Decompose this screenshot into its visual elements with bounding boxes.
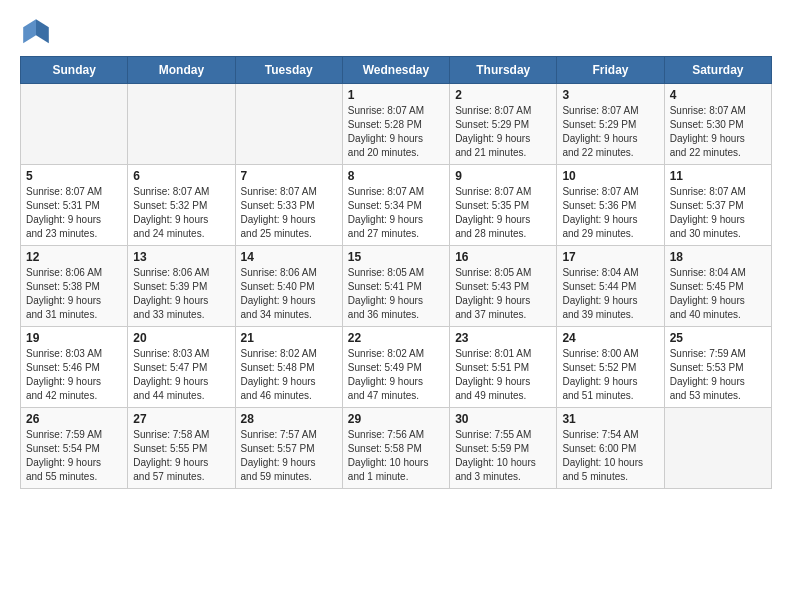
calendar-cell xyxy=(664,408,771,489)
calendar-cell: 17Sunrise: 8:04 AM Sunset: 5:44 PM Dayli… xyxy=(557,246,664,327)
weekday-header-wednesday: Wednesday xyxy=(342,57,449,84)
day-info: Sunrise: 8:07 AM Sunset: 5:36 PM Dayligh… xyxy=(562,185,658,241)
page: SundayMondayTuesdayWednesdayThursdayFrid… xyxy=(0,0,792,612)
calendar-table: SundayMondayTuesdayWednesdayThursdayFrid… xyxy=(20,56,772,489)
calendar-cell: 18Sunrise: 8:04 AM Sunset: 5:45 PM Dayli… xyxy=(664,246,771,327)
calendar-header: SundayMondayTuesdayWednesdayThursdayFrid… xyxy=(21,57,772,84)
calendar-cell: 4Sunrise: 8:07 AM Sunset: 5:30 PM Daylig… xyxy=(664,84,771,165)
calendar-cell: 26Sunrise: 7:59 AM Sunset: 5:54 PM Dayli… xyxy=(21,408,128,489)
day-info: Sunrise: 8:07 AM Sunset: 5:29 PM Dayligh… xyxy=(455,104,551,160)
day-info: Sunrise: 8:06 AM Sunset: 5:38 PM Dayligh… xyxy=(26,266,122,322)
day-info: Sunrise: 8:07 AM Sunset: 5:29 PM Dayligh… xyxy=(562,104,658,160)
day-number: 20 xyxy=(133,331,229,345)
calendar-week-1: 5Sunrise: 8:07 AM Sunset: 5:31 PM Daylig… xyxy=(21,165,772,246)
day-number: 6 xyxy=(133,169,229,183)
weekday-header-friday: Friday xyxy=(557,57,664,84)
calendar-cell: 10Sunrise: 8:07 AM Sunset: 5:36 PM Dayli… xyxy=(557,165,664,246)
day-number: 8 xyxy=(348,169,444,183)
calendar-week-4: 26Sunrise: 7:59 AM Sunset: 5:54 PM Dayli… xyxy=(21,408,772,489)
day-number: 7 xyxy=(241,169,337,183)
calendar-cell: 5Sunrise: 8:07 AM Sunset: 5:31 PM Daylig… xyxy=(21,165,128,246)
header xyxy=(20,16,772,48)
day-number: 27 xyxy=(133,412,229,426)
day-info: Sunrise: 8:03 AM Sunset: 5:47 PM Dayligh… xyxy=(133,347,229,403)
day-info: Sunrise: 8:05 AM Sunset: 5:43 PM Dayligh… xyxy=(455,266,551,322)
calendar-cell: 21Sunrise: 8:02 AM Sunset: 5:48 PM Dayli… xyxy=(235,327,342,408)
weekday-header-thursday: Thursday xyxy=(450,57,557,84)
calendar-cell: 9Sunrise: 8:07 AM Sunset: 5:35 PM Daylig… xyxy=(450,165,557,246)
day-number: 31 xyxy=(562,412,658,426)
calendar-cell: 7Sunrise: 8:07 AM Sunset: 5:33 PM Daylig… xyxy=(235,165,342,246)
calendar-cell: 31Sunrise: 7:54 AM Sunset: 6:00 PM Dayli… xyxy=(557,408,664,489)
day-number: 5 xyxy=(26,169,122,183)
day-number: 19 xyxy=(26,331,122,345)
day-number: 2 xyxy=(455,88,551,102)
day-info: Sunrise: 7:56 AM Sunset: 5:58 PM Dayligh… xyxy=(348,428,444,484)
logo-icon xyxy=(20,16,52,48)
day-info: Sunrise: 8:07 AM Sunset: 5:34 PM Dayligh… xyxy=(348,185,444,241)
day-info: Sunrise: 8:07 AM Sunset: 5:30 PM Dayligh… xyxy=(670,104,766,160)
day-info: Sunrise: 8:02 AM Sunset: 5:48 PM Dayligh… xyxy=(241,347,337,403)
calendar-cell: 29Sunrise: 7:56 AM Sunset: 5:58 PM Dayli… xyxy=(342,408,449,489)
day-number: 16 xyxy=(455,250,551,264)
day-info: Sunrise: 8:04 AM Sunset: 5:45 PM Dayligh… xyxy=(670,266,766,322)
calendar-cell: 25Sunrise: 7:59 AM Sunset: 5:53 PM Dayli… xyxy=(664,327,771,408)
day-info: Sunrise: 7:58 AM Sunset: 5:55 PM Dayligh… xyxy=(133,428,229,484)
calendar-body: 1Sunrise: 8:07 AM Sunset: 5:28 PM Daylig… xyxy=(21,84,772,489)
day-number: 25 xyxy=(670,331,766,345)
day-info: Sunrise: 8:01 AM Sunset: 5:51 PM Dayligh… xyxy=(455,347,551,403)
day-info: Sunrise: 8:07 AM Sunset: 5:31 PM Dayligh… xyxy=(26,185,122,241)
day-info: Sunrise: 8:07 AM Sunset: 5:33 PM Dayligh… xyxy=(241,185,337,241)
day-info: Sunrise: 8:07 AM Sunset: 5:32 PM Dayligh… xyxy=(133,185,229,241)
calendar-week-2: 12Sunrise: 8:06 AM Sunset: 5:38 PM Dayli… xyxy=(21,246,772,327)
calendar-cell: 14Sunrise: 8:06 AM Sunset: 5:40 PM Dayli… xyxy=(235,246,342,327)
calendar-cell: 20Sunrise: 8:03 AM Sunset: 5:47 PM Dayli… xyxy=(128,327,235,408)
day-number: 1 xyxy=(348,88,444,102)
weekday-header-sunday: Sunday xyxy=(21,57,128,84)
day-info: Sunrise: 8:06 AM Sunset: 5:40 PM Dayligh… xyxy=(241,266,337,322)
calendar-cell: 2Sunrise: 8:07 AM Sunset: 5:29 PM Daylig… xyxy=(450,84,557,165)
day-number: 26 xyxy=(26,412,122,426)
day-number: 15 xyxy=(348,250,444,264)
weekday-header-row: SundayMondayTuesdayWednesdayThursdayFrid… xyxy=(21,57,772,84)
day-number: 4 xyxy=(670,88,766,102)
day-number: 10 xyxy=(562,169,658,183)
calendar-cell: 6Sunrise: 8:07 AM Sunset: 5:32 PM Daylig… xyxy=(128,165,235,246)
day-number: 24 xyxy=(562,331,658,345)
day-number: 11 xyxy=(670,169,766,183)
day-number: 30 xyxy=(455,412,551,426)
calendar-week-0: 1Sunrise: 8:07 AM Sunset: 5:28 PM Daylig… xyxy=(21,84,772,165)
day-number: 9 xyxy=(455,169,551,183)
calendar-cell: 24Sunrise: 8:00 AM Sunset: 5:52 PM Dayli… xyxy=(557,327,664,408)
calendar-week-3: 19Sunrise: 8:03 AM Sunset: 5:46 PM Dayli… xyxy=(21,327,772,408)
weekday-header-tuesday: Tuesday xyxy=(235,57,342,84)
day-info: Sunrise: 7:55 AM Sunset: 5:59 PM Dayligh… xyxy=(455,428,551,484)
day-info: Sunrise: 8:00 AM Sunset: 5:52 PM Dayligh… xyxy=(562,347,658,403)
day-info: Sunrise: 8:05 AM Sunset: 5:41 PM Dayligh… xyxy=(348,266,444,322)
calendar-cell: 13Sunrise: 8:06 AM Sunset: 5:39 PM Dayli… xyxy=(128,246,235,327)
day-info: Sunrise: 7:54 AM Sunset: 6:00 PM Dayligh… xyxy=(562,428,658,484)
day-number: 13 xyxy=(133,250,229,264)
day-info: Sunrise: 7:57 AM Sunset: 5:57 PM Dayligh… xyxy=(241,428,337,484)
day-info: Sunrise: 8:03 AM Sunset: 5:46 PM Dayligh… xyxy=(26,347,122,403)
day-info: Sunrise: 8:07 AM Sunset: 5:35 PM Dayligh… xyxy=(455,185,551,241)
calendar-cell xyxy=(128,84,235,165)
calendar-cell: 30Sunrise: 7:55 AM Sunset: 5:59 PM Dayli… xyxy=(450,408,557,489)
calendar-cell: 23Sunrise: 8:01 AM Sunset: 5:51 PM Dayli… xyxy=(450,327,557,408)
day-number: 23 xyxy=(455,331,551,345)
logo xyxy=(20,16,56,48)
calendar-cell: 16Sunrise: 8:05 AM Sunset: 5:43 PM Dayli… xyxy=(450,246,557,327)
calendar-cell: 12Sunrise: 8:06 AM Sunset: 5:38 PM Dayli… xyxy=(21,246,128,327)
day-number: 12 xyxy=(26,250,122,264)
day-info: Sunrise: 8:07 AM Sunset: 5:28 PM Dayligh… xyxy=(348,104,444,160)
day-number: 14 xyxy=(241,250,337,264)
day-number: 22 xyxy=(348,331,444,345)
day-info: Sunrise: 8:07 AM Sunset: 5:37 PM Dayligh… xyxy=(670,185,766,241)
calendar-cell xyxy=(21,84,128,165)
calendar-cell: 3Sunrise: 8:07 AM Sunset: 5:29 PM Daylig… xyxy=(557,84,664,165)
day-info: Sunrise: 8:06 AM Sunset: 5:39 PM Dayligh… xyxy=(133,266,229,322)
day-number: 28 xyxy=(241,412,337,426)
day-info: Sunrise: 7:59 AM Sunset: 5:53 PM Dayligh… xyxy=(670,347,766,403)
day-number: 29 xyxy=(348,412,444,426)
day-info: Sunrise: 8:02 AM Sunset: 5:49 PM Dayligh… xyxy=(348,347,444,403)
